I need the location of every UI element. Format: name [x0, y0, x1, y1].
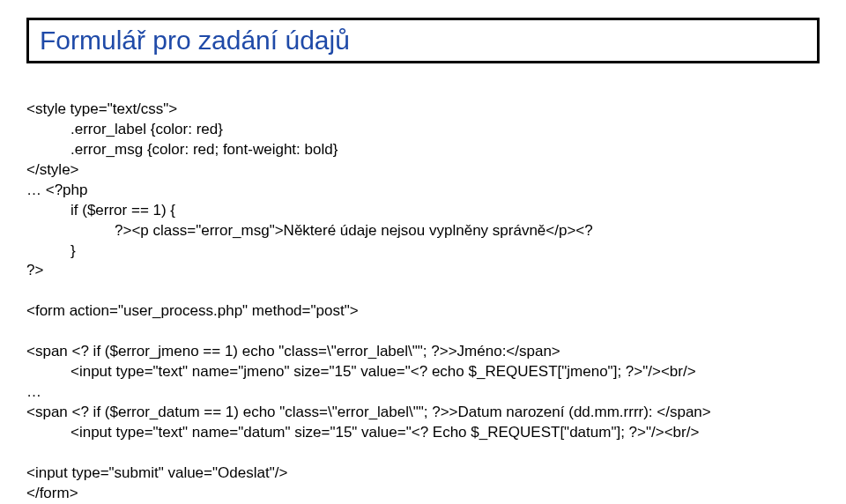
code-line: <span <? if ($error_jmeno == 1) echo "cl… [26, 343, 560, 359]
code-line: ?><p class="error_msg">Některé údaje nej… [26, 221, 593, 241]
code-block: <style type="text/css"> .error_label {co… [26, 79, 820, 504]
code-line: <input type="submit" value="Odeslat"/> [26, 464, 287, 481]
code-line: … <?php [26, 182, 87, 198]
title-box: Formulář pro zadání údajů [26, 18, 820, 63]
code-line: <form action="user_process.php" method="… [26, 302, 359, 319]
code-line: … [26, 383, 41, 400]
code-line: <input type="text" name="jmeno" size="15… [26, 362, 696, 382]
code-line: </style> [26, 161, 79, 178]
page-title: Formulář pro zadání údajů [40, 26, 350, 55]
code-line: if ($error == 1) { [26, 201, 175, 221]
code-line: <input type="text" name="datum" size="15… [26, 423, 699, 443]
code-line: } [26, 241, 76, 262]
code-line: </form> [26, 485, 78, 501]
code-line: .error_label {color: red} [26, 120, 223, 140]
code-line: <style type="text/css"> [26, 100, 177, 117]
code-line: ?> [26, 262, 43, 278]
code-line: .error_msg {color: red; font-weight: bol… [26, 140, 338, 160]
code-line: <span <? if ($error_datum == 1) echo "cl… [26, 404, 711, 420]
